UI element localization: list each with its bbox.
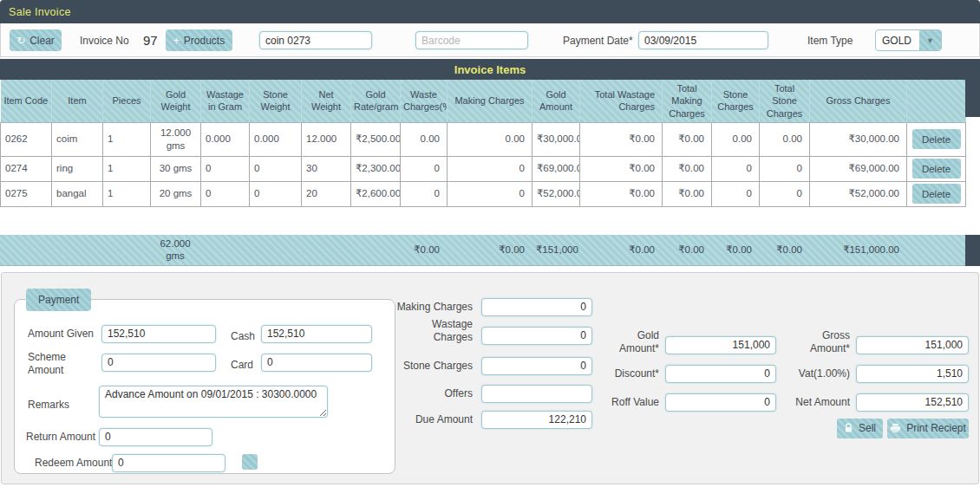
total-total-making-charges: ₹0.00: [662, 235, 711, 265]
cell-item: bangal: [52, 181, 103, 206]
cell-stone-charges: 0: [712, 156, 760, 181]
discount-label: Discount*: [577, 367, 659, 381]
clear-button[interactable]: ↻Clear: [10, 29, 62, 51]
cell-gross-charges: ₹30,000.00: [810, 122, 907, 156]
remarks-textarea[interactable]: Advance Amount on 09/01/2015 : 30300.000…: [99, 386, 328, 418]
cell-waste-charges: 0.00: [401, 122, 448, 156]
col-total-wastage-charges: Total Wastage Charges: [580, 80, 663, 122]
return-amount-label: Return Amount: [26, 431, 95, 445]
vat-input[interactable]: [856, 365, 969, 383]
delete-row-button[interactable]: Delete: [912, 184, 961, 204]
col-waste-charges: Waste Charges(%: [401, 80, 448, 122]
cell-gold-amount: ₹69,000.00: [532, 156, 580, 181]
page-title: Sale Invoice: [9, 6, 71, 18]
item-type-select[interactable]: GOLD ▼: [875, 29, 942, 51]
cell-gold-rate: ₹2,600.00: [351, 181, 401, 206]
delete-row-button[interactable]: Delete: [912, 159, 961, 179]
item-type-label: Item Type: [807, 35, 853, 47]
cell-total-stone-charges: 0: [760, 156, 810, 181]
cell-item: ring: [52, 156, 103, 181]
amount-given-input[interactable]: [101, 325, 216, 343]
cash-input[interactable]: [261, 325, 372, 343]
payment-date-input[interactable]: [638, 31, 768, 49]
gold-amount-label: Gold Amount*: [611, 329, 659, 356]
col-stone-charges: Stone Charges: [712, 80, 760, 122]
totals-row: 62.000 gms ₹0.00 ₹0.00 ₹151,000.00 ₹0.00…: [0, 235, 965, 265]
cell-stone-charges: 0: [712, 181, 760, 206]
offers-input[interactable]: [481, 385, 592, 403]
total-gold-amount: ₹151,000.00: [532, 235, 579, 265]
cell-wastage-in-gram: 0: [201, 181, 250, 206]
invoice-no-value: 97: [143, 33, 158, 48]
cell-making-charges: 0: [448, 181, 532, 206]
cell-gold-weight: 12.000 gms: [151, 122, 201, 156]
vat-label: Vat(1.00%): [765, 367, 850, 381]
cell-net-weight: 12.000: [302, 122, 351, 156]
cell-pieces: 1: [103, 181, 151, 206]
redeem-amount-input[interactable]: [112, 454, 225, 472]
table-row: 0275 bangal 1 20 gms 0 0 20 ₹2,600.00 0 …: [1, 181, 966, 206]
amount-given-label: Amount Given: [28, 328, 99, 341]
total-gold-weight: 62.000 gms: [150, 235, 200, 265]
due-amount-input[interactable]: [481, 411, 592, 429]
table-header-row: Item Code Item Pieces Gold Weight Wastag…: [1, 80, 966, 122]
col-making-charges: Making Charges: [448, 80, 532, 122]
cell-item-code: 0262: [1, 122, 52, 156]
cell-item-code: 0275: [1, 181, 52, 206]
gross-amount-input[interactable]: [856, 336, 969, 354]
col-pieces: Pieces: [103, 80, 151, 122]
cell-gross-charges: ₹69,000.00: [810, 156, 907, 181]
col-gold-rate: Gold Rate/gram: [351, 80, 401, 122]
redeem-amount-label: Redeem Amount: [35, 457, 112, 471]
total-waste-charges: ₹0.00: [400, 235, 447, 265]
making-charges-input[interactable]: [481, 298, 592, 316]
redeem-apply-button[interactable]: [242, 454, 258, 470]
plus-icon: +: [173, 36, 180, 46]
discount-input[interactable]: [665, 365, 776, 383]
col-gold-amount: Gold Amount: [532, 80, 580, 122]
scheme-amount-input[interactable]: [101, 354, 216, 372]
payment-section: Payment Amount Given Cash Scheme Amount …: [1, 272, 979, 484]
cell-gold-amount: ₹52,000.00: [532, 181, 580, 206]
col-net-weight: Net Weight: [302, 80, 351, 122]
scheme-amount-label: Scheme Amount: [28, 351, 75, 378]
col-gross-charges: Gross Charges: [810, 80, 907, 122]
col-item: Item: [52, 80, 103, 122]
table-row: 0274 ring 1 30 gms 0 0 30 ₹2,300.00 0 0 …: [1, 156, 966, 181]
col-total-making-charges: Total Making Charges: [663, 80, 712, 122]
table-row: 0262 coim 1 12.000 gms 0.000 0.000 12.00…: [1, 122, 966, 156]
stone-charges-label: Stone Charges: [388, 360, 473, 373]
barcode-input[interactable]: [415, 31, 528, 49]
wastage-charges-input[interactable]: [481, 327, 592, 345]
cell-item: coim: [52, 122, 103, 156]
invoice-no-label: Invoice No: [80, 35, 129, 47]
sell-button[interactable]: Sell: [837, 419, 883, 438]
roff-value-input[interactable]: [665, 393, 776, 412]
wastage-charges-label: Wastage Charges: [412, 318, 473, 345]
cell-net-weight: 20: [302, 181, 351, 206]
invoice-items-header-bar: Invoice Items: [0, 59, 980, 80]
remarks-label: Remarks: [28, 399, 69, 412]
cell-total-stone-charges: 0.00: [760, 122, 810, 156]
delete-row-button[interactable]: Delete: [912, 129, 961, 149]
cell-making-charges: 0: [448, 156, 532, 181]
cell-total-wastage-charges: ₹0.00: [580, 156, 663, 181]
cash-label: Cash: [231, 330, 255, 344]
cell-pieces: 1: [103, 156, 151, 181]
print-receipt-button[interactable]: Print Reciept: [887, 419, 969, 438]
return-amount-input[interactable]: [99, 428, 212, 446]
products-button[interactable]: +Products: [166, 29, 232, 51]
card-input[interactable]: [261, 354, 372, 372]
invoice-items-table: Item Code Item Pieces Gold Weight Wastag…: [0, 80, 966, 207]
net-amount-label: Net Amount: [765, 396, 850, 410]
payment-legend: Payment: [26, 289, 91, 311]
cell-wastage-in-gram: 0: [201, 156, 250, 181]
cell-total-making-charges: ₹0.00: [663, 122, 712, 156]
stone-charges-input[interactable]: [481, 357, 592, 375]
cell-gold-rate: ₹2,500.00: [351, 122, 401, 156]
net-amount-input[interactable]: [856, 393, 969, 412]
cell-stone-charges: 0.00: [712, 122, 760, 156]
product-search-input[interactable]: [259, 31, 372, 49]
roff-value-label: Roff Value: [577, 396, 659, 410]
gold-amount-input[interactable]: [665, 336, 776, 354]
